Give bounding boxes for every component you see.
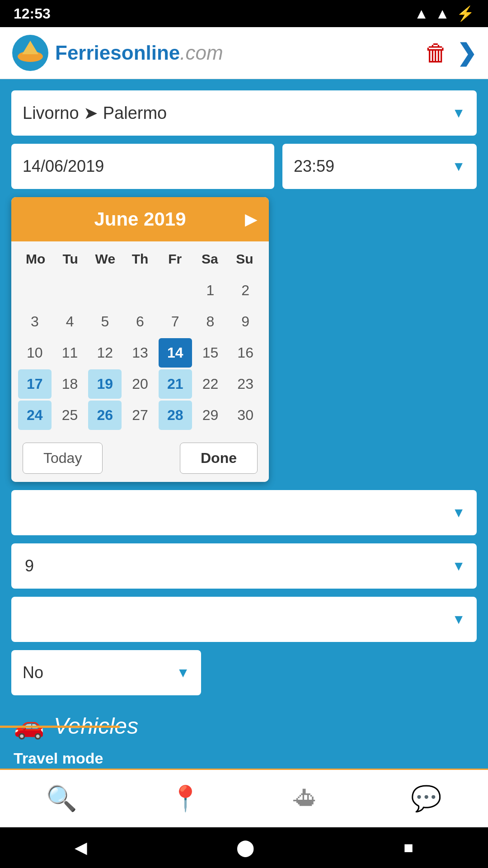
date-field[interactable]: 14/06/2019 — [11, 144, 274, 189]
nav-active-indicator — [0, 726, 120, 728]
calendar-day[interactable]: 14 — [159, 338, 192, 368]
calendar-day[interactable]: 28 — [159, 401, 192, 430]
recent-button[interactable]: ■ — [404, 838, 413, 857]
header-actions: 🗑 ❯ — [424, 39, 477, 66]
signal-icon: ▲ — [435, 5, 450, 22]
calendar-day[interactable]: 8 — [194, 307, 227, 336]
calendar-day[interactable]: 27 — [123, 401, 157, 430]
calendar-day[interactable]: 16 — [229, 338, 262, 368]
weekday-we: We — [88, 246, 122, 272]
route-dropdown[interactable]: Livorno ➤ Palermo ▼ — [11, 90, 477, 136]
partial-arrow-3: ▼ — [452, 612, 465, 627]
calendar-day[interactable]: 23 — [229, 369, 262, 399]
calendar-day[interactable]: 6 — [123, 307, 157, 336]
weekday-sa: Sa — [192, 246, 227, 272]
calendar-day[interactable]: 15 — [194, 338, 227, 368]
search-nav-icon: 🔍 — [46, 784, 77, 813]
calendar-day[interactable]: 25 — [53, 401, 87, 430]
partial-arrow-2: ▼ — [452, 558, 465, 574]
nav-search[interactable]: 🔍 — [37, 779, 86, 818]
app-header: Ferriesonline.com 🗑 ❯ — [0, 27, 488, 79]
calendar-day[interactable]: 19 — [88, 369, 122, 399]
weekday-su: Su — [227, 246, 262, 272]
calendar-day[interactable]: 22 — [194, 369, 227, 399]
hidden-rows: ▼ — [11, 490, 477, 535]
calendar-day[interactable]: 5 — [88, 307, 122, 336]
partial-arrow-1: ▼ — [452, 505, 465, 520]
calendar-day[interactable]: 11 — [53, 338, 87, 368]
status-time: 12:53 — [14, 5, 51, 22]
calendar-day[interactable]: 9 — [229, 307, 262, 336]
home-button[interactable]: ⬤ — [236, 838, 254, 857]
weekday-fr: Fr — [158, 246, 192, 272]
battery-icon: ⚡ — [456, 5, 474, 22]
status-icons: ▲ ▲ ⚡ — [414, 5, 474, 22]
time-value: 23:59 — [294, 157, 334, 176]
android-nav: ◀ ⬤ ■ — [0, 827, 488, 868]
delete-button[interactable]: 🗑 — [424, 39, 448, 66]
logo-text: Ferriesonline.com — [55, 42, 223, 64]
calendar-footer: Today Done — [11, 434, 269, 482]
done-button[interactable]: Done — [180, 443, 258, 474]
calendar-weekdays: Mo Tu We Th Fr Sa Su — [18, 246, 262, 272]
calendar-day[interactable]: 7 — [159, 307, 192, 336]
partial-dropdown-3[interactable]: ▼ — [11, 597, 477, 642]
no-dropdown-arrow: ▼ — [176, 665, 190, 680]
calendar-day[interactable]: 17 — [18, 369, 52, 399]
route-value: Livorno ➤ Palermo — [23, 103, 167, 123]
wifi-icon: ▲ — [414, 5, 429, 22]
calendar-day[interactable]: 24 — [18, 401, 52, 430]
nav-location[interactable]: 📍 — [161, 779, 210, 818]
calendar-day[interactable]: 20 — [123, 369, 157, 399]
calendar-day[interactable]: 29 — [194, 401, 227, 430]
no-value: No — [23, 663, 43, 682]
calendar-next-btn[interactable]: ▶ — [245, 210, 258, 229]
calendar-day[interactable]: 12 — [88, 338, 122, 368]
calendar-day[interactable]: 13 — [123, 338, 157, 368]
datetime-row: 14/06/2019 23:59 ▼ — [11, 144, 477, 189]
no-dropdown[interactable]: No ▼ — [11, 650, 201, 695]
time-field[interactable]: 23:59 ▼ — [282, 144, 477, 189]
calendar-day[interactable]: 3 — [18, 307, 52, 336]
travel-mode-label: Travel mode — [14, 750, 474, 767]
partial-dropdown-1[interactable]: ▼ — [11, 490, 477, 535]
calendar-grid: Mo Tu We Th Fr Sa Su 1234567891011121314… — [11, 241, 269, 434]
today-button[interactable]: Today — [23, 443, 103, 474]
weekday-mo: Mo — [18, 246, 53, 272]
back-button[interactable]: ◀ — [75, 838, 87, 857]
next-button[interactable]: ❯ — [457, 39, 477, 66]
calendar-day[interactable]: 1 — [194, 276, 227, 305]
nav-ferry[interactable]: ⛴ — [284, 780, 327, 818]
calendar-day[interactable]: 30 — [229, 401, 262, 430]
nav-chat[interactable]: 💬 — [402, 779, 451, 818]
partial-dropdown-2[interactable]: 9 ▼ — [11, 543, 477, 589]
calendar-day[interactable]: 18 — [53, 369, 87, 399]
date-value: 14/06/2019 — [23, 157, 104, 176]
hidden-rows-2: 9 ▼ — [11, 543, 477, 589]
ferry-nav-icon: ⛴ — [293, 784, 318, 813]
logo: Ferriesonline.com — [11, 34, 223, 72]
logo-icon — [11, 34, 50, 72]
calendar-day[interactable]: 10 — [18, 338, 52, 368]
calendar-day[interactable]: 21 — [159, 369, 192, 399]
chat-nav-icon: 💬 — [411, 784, 442, 813]
bottom-nav: 🔍 📍 ⛴ 💬 — [0, 769, 488, 827]
status-bar: 12:53 ▲ ▲ ⚡ — [0, 0, 488, 27]
location-nav-icon: 📍 — [170, 784, 201, 813]
time-dropdown-arrow: ▼ — [452, 159, 465, 174]
weekday-th: Th — [122, 246, 157, 272]
weekday-tu: Tu — [53, 246, 88, 272]
calendar-header: June 2019 ▶ — [11, 197, 269, 241]
calendar-day[interactable]: 2 — [229, 276, 262, 305]
route-dropdown-arrow: ▼ — [452, 105, 465, 121]
calendar-month: June 2019 — [94, 208, 186, 230]
calendar-day[interactable]: 26 — [88, 401, 122, 430]
calendar-days: 1234567891011121314151617181920212223242… — [18, 276, 262, 430]
main-content: Livorno ➤ Palermo ▼ 14/06/2019 23:59 ▼ J… — [0, 79, 488, 809]
calendar-day[interactable]: 4 — [53, 307, 87, 336]
calendar-popup: June 2019 ▶ Mo Tu We Th Fr Sa Su 1234567… — [11, 197, 269, 482]
